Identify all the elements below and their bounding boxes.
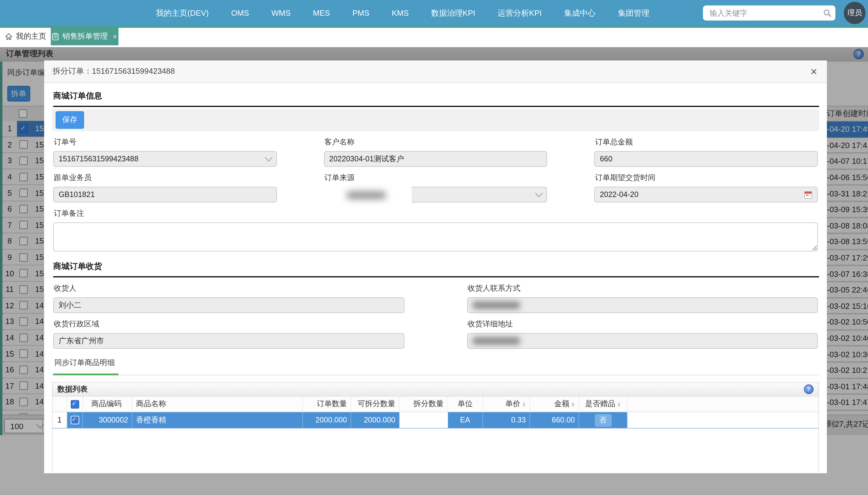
order-source-label: 订单来源 bbox=[324, 173, 547, 183]
search-input[interactable] bbox=[709, 8, 823, 18]
salesman-field: GB101821 bbox=[53, 187, 276, 203]
grid-header-row: 商品编码 商品名称 订单数量 可拆分数量 拆分数量 单位 单价 ▲▼ 金额 ▲▼ bbox=[53, 396, 818, 412]
redacted-blur bbox=[472, 337, 520, 344]
order-no-label: 订单号 bbox=[54, 137, 276, 148]
header-gift[interactable]: 是否赠品 ▲▼ bbox=[579, 396, 627, 412]
nav-item[interactable]: MES bbox=[313, 8, 330, 18]
remark-label: 订单备注 bbox=[54, 208, 818, 219]
redacted-blur bbox=[321, 183, 411, 208]
header-price-label: 单价 bbox=[505, 399, 521, 409]
header-checkbox-cell[interactable] bbox=[67, 396, 83, 412]
total-amount-value: 660 bbox=[600, 155, 613, 163]
row-checkbox-cell[interactable] bbox=[67, 412, 83, 428]
select-all-checkbox[interactable] bbox=[70, 400, 79, 408]
section-receiving: 商城订单收货 bbox=[53, 261, 819, 277]
nav-items: 我的主页(DEV) OMS WMS MES PMS KMS 数据治理KPI 运营… bbox=[156, 7, 649, 18]
contact-field bbox=[467, 297, 818, 313]
tab-home[interactable]: 我的主页 bbox=[0, 28, 51, 45]
modal-title: 拆分订单：1516715631599423488 bbox=[53, 66, 175, 77]
header-splittable[interactable]: 可拆分数量 bbox=[351, 396, 399, 412]
header-qty[interactable]: 订单数量 bbox=[303, 396, 351, 412]
row-filler bbox=[627, 412, 818, 428]
header-unit[interactable]: 单位 bbox=[448, 396, 483, 412]
app-root: 我的主页(DEV) OMS WMS MES PMS KMS 数据治理KPI 运营… bbox=[0, 0, 868, 495]
detail-tab-row: 同步订单商品明细 bbox=[52, 358, 819, 375]
cell-code: 3000002 bbox=[83, 412, 132, 428]
cell-name: 香橙香精 bbox=[132, 412, 303, 428]
tab-strip: 我的主页 销售拆单管理 × bbox=[0, 26, 868, 47]
order-source-select[interactable] bbox=[324, 187, 547, 203]
sort-icon: ▲▼ bbox=[571, 402, 575, 407]
search-icon[interactable] bbox=[823, 9, 832, 17]
chevron-down-icon bbox=[535, 189, 543, 197]
data-list-panel: 数据列表 ? 商品编码 商品名称 订单数量 可拆分数量 拆分数量 单位 bbox=[52, 382, 819, 474]
nav-item[interactable]: 运营分析KPI bbox=[498, 7, 542, 18]
modal-header: 拆分订单：1516715631599423488 × bbox=[44, 61, 827, 83]
home-icon bbox=[4, 33, 12, 40]
salesman-label: 跟单业务员 bbox=[54, 173, 276, 183]
header-split[interactable]: 拆分数量 bbox=[399, 396, 448, 412]
calendar-icon[interactable] bbox=[804, 190, 812, 199]
row-index: 1 bbox=[53, 412, 67, 428]
tab-close-icon[interactable]: × bbox=[113, 32, 117, 41]
sort-icon: ▲▼ bbox=[522, 402, 526, 407]
nav-item[interactable]: OMS bbox=[231, 8, 249, 18]
document-icon bbox=[52, 33, 58, 40]
total-amount-label: 订单总金额 bbox=[595, 137, 818, 148]
address-label: 收货详细地址 bbox=[467, 319, 818, 329]
cell-amount: 660.00 bbox=[530, 412, 579, 428]
nav-item[interactable]: 集成中心 bbox=[564, 7, 596, 18]
gift-badge: 否 bbox=[595, 414, 611, 426]
row-checkbox[interactable] bbox=[70, 416, 79, 424]
address-field bbox=[467, 333, 818, 349]
modal-toolbar: 保存 bbox=[52, 109, 819, 131]
split-qty-input[interactable] bbox=[399, 412, 447, 428]
delivery-date-field[interactable]: 2022-04-20 bbox=[595, 187, 818, 203]
cell-splittable: 2000.000 bbox=[351, 412, 399, 428]
nav-item[interactable]: PMS bbox=[352, 8, 369, 18]
header-rownum bbox=[53, 396, 67, 412]
tab-sync-order-detail[interactable]: 同步订单商品明细 bbox=[53, 358, 118, 375]
contact-label: 收货人联系方式 bbox=[467, 284, 818, 294]
order-no-select[interactable]: 1516715631599423488 bbox=[53, 151, 276, 167]
tab-sales-split[interactable]: 销售拆单管理 × bbox=[51, 28, 118, 45]
receiver-label: 收货人 bbox=[54, 284, 404, 294]
section-order-info: 商城订单信息 bbox=[53, 91, 819, 107]
global-search[interactable] bbox=[703, 5, 835, 20]
nav-item[interactable]: 数据治理KPI bbox=[431, 7, 475, 18]
split-order-modal: 拆分订单：1516715631599423488 × 商城订单信息 保存 订单号… bbox=[44, 61, 827, 473]
header-price[interactable]: 单价 ▲▼ bbox=[483, 396, 530, 412]
sort-icon: ▲▼ bbox=[617, 402, 621, 407]
data-list-header: 数据列表 ? bbox=[53, 382, 818, 396]
save-button[interactable]: 保存 bbox=[56, 111, 84, 129]
nav-item[interactable]: 集团管理 bbox=[618, 7, 649, 18]
tab-active-label: 销售拆单管理 bbox=[62, 31, 107, 42]
cell-gift: 否 bbox=[579, 412, 627, 428]
receiver-field: 刘小二 bbox=[53, 297, 404, 313]
tab-home-label: 我的主页 bbox=[16, 31, 46, 42]
redacted-blur bbox=[472, 302, 520, 309]
cell-qty: 2000.000 bbox=[303, 412, 351, 428]
header-name[interactable]: 商品名称 bbox=[132, 396, 303, 412]
close-icon[interactable]: × bbox=[811, 66, 817, 77]
cell-price: 0.33 bbox=[483, 412, 530, 428]
order-no-value: 1516715631599423488 bbox=[58, 155, 138, 163]
header-code[interactable]: 商品编码 bbox=[83, 396, 132, 412]
receiver-value: 刘小二 bbox=[58, 300, 81, 310]
cell-split-input-wrap[interactable] bbox=[399, 412, 448, 428]
nav-item[interactable]: KMS bbox=[392, 8, 409, 18]
header-amount[interactable]: 金额 ▲▼ bbox=[530, 396, 579, 412]
nav-item[interactable]: 我的主页(DEV) bbox=[156, 7, 209, 18]
header-gift-label: 是否赠品 bbox=[585, 399, 615, 409]
chevron-down-icon bbox=[265, 154, 272, 161]
panel-help-icon[interactable]: ? bbox=[804, 385, 814, 394]
total-amount-field: 660 bbox=[595, 151, 818, 167]
modal-body: 商城订单信息 保存 订单号 1516715631599423488 客户名称 2… bbox=[44, 83, 827, 474]
header-filler bbox=[627, 396, 818, 412]
delivery-date-label: 订单期望交货时间 bbox=[595, 173, 818, 183]
avatar[interactable]: 理员 bbox=[844, 2, 866, 24]
customer-value: 20220304-01测试客户 bbox=[329, 154, 404, 164]
remark-textarea[interactable] bbox=[53, 222, 818, 252]
grid-data-row[interactable]: 1 3000002 香橙香精 2000.000 2000.000 EA 0.33… bbox=[53, 412, 818, 428]
nav-item[interactable]: WMS bbox=[271, 8, 291, 18]
